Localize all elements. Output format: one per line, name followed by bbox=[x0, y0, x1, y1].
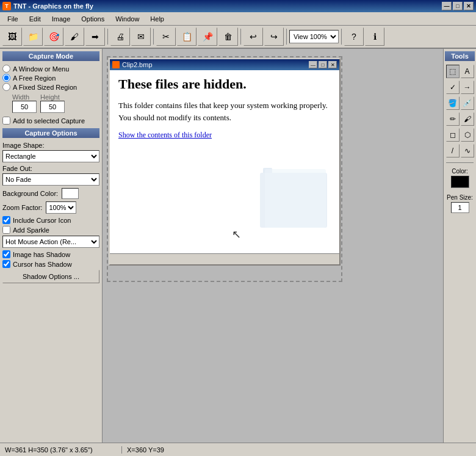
preview-maximize-button[interactable]: □ bbox=[319, 61, 327, 68]
toolbar-info[interactable]: ℹ bbox=[365, 27, 384, 46]
image-shadow-checkbox[interactable] bbox=[2, 250, 10, 258]
radio-window-label: A Window or Menu bbox=[13, 65, 69, 73]
cursor-shadow-checkbox[interactable] bbox=[2, 260, 10, 268]
width-group: Width 50 bbox=[12, 93, 37, 113]
minimize-button[interactable]: — bbox=[442, 2, 452, 10]
include-cursor-label: Include Cursor Icon bbox=[13, 217, 71, 224]
pen-size-label: Pen Size: bbox=[446, 194, 474, 201]
menu-window[interactable]: Window bbox=[110, 14, 144, 24]
tool-curve[interactable]: ∿ bbox=[461, 144, 474, 157]
preview-app-icon bbox=[112, 61, 120, 68]
radio-fixed-input[interactable] bbox=[2, 83, 10, 91]
title-bar-left: T TNT - Graphics on the fly bbox=[2, 2, 93, 10]
tool-eyedrop[interactable]: 💉 bbox=[461, 96, 474, 110]
tool-brush[interactable]: 🖌 bbox=[461, 112, 474, 126]
tool-pencil[interactable]: ✏ bbox=[446, 112, 460, 126]
image-shape-select[interactable]: Rectangle Ellipse Triangle bbox=[2, 150, 99, 162]
tool-arrow-right[interactable]: → bbox=[461, 81, 474, 94]
capture-options-header: Capture Options bbox=[2, 128, 99, 138]
preview-window-controls[interactable]: — □ ✕ bbox=[309, 61, 337, 68]
close-button[interactable]: ✕ bbox=[464, 2, 474, 10]
add-capture-checkbox[interactable] bbox=[2, 117, 10, 125]
toolbar-arrow[interactable]: ➡ bbox=[85, 27, 105, 46]
pen-size-input[interactable] bbox=[451, 202, 469, 213]
radio-window-input[interactable] bbox=[2, 65, 10, 73]
right-panel: Tools ⬚ A ✓ → 🪣 💉 ✏ 🖌 ◻ ⬡ / ∿ Color: bbox=[443, 49, 476, 443]
tool-checkmark[interactable]: ✓ bbox=[446, 81, 460, 94]
capture-mode-group: A Window or Menu A Free Region A Fixed S… bbox=[2, 65, 99, 91]
bg-color-row: Background Color: bbox=[2, 188, 99, 199]
width-label: Width bbox=[12, 93, 37, 101]
pen-size-section: Pen Size: bbox=[445, 193, 475, 214]
toolbar-sep2 bbox=[153, 29, 154, 45]
radio-free-input[interactable] bbox=[2, 74, 10, 82]
include-cursor-checkbox[interactable] bbox=[2, 216, 10, 224]
hot-mouse-select[interactable]: Hot Mouse Action (Re... None bbox=[2, 236, 99, 248]
center-canvas: Clip2.bmp — □ ✕ These files are hidden. … bbox=[103, 49, 443, 443]
toolbar-new[interactable]: 🖼 bbox=[2, 27, 22, 46]
tools-header: Tools bbox=[445, 51, 475, 61]
toolbar-paste[interactable]: 📌 bbox=[198, 27, 217, 46]
menu-edit[interactable]: Edit bbox=[24, 14, 46, 24]
preview-body: This folder contains files that keep you… bbox=[118, 100, 331, 123]
preview-title-left: Clip2.bmp bbox=[112, 61, 153, 68]
height-input[interactable]: 50 bbox=[40, 101, 65, 113]
tool-row-5: ◻ ⬡ bbox=[445, 128, 475, 142]
status-bar: W=361 H=350 (3.76" x 3.65") X=360 Y=39 bbox=[0, 443, 476, 456]
zoom-select[interactable]: 100% 50% 75% 150% 200% bbox=[46, 201, 76, 214]
menu-options[interactable]: Options bbox=[76, 14, 109, 24]
menu-image[interactable]: Image bbox=[47, 14, 76, 24]
preview-link[interactable]: Show the contents of this folder bbox=[118, 131, 212, 139]
toolbar-cut[interactable]: ✂ bbox=[156, 27, 176, 46]
image-shape-label: Image Shape: bbox=[2, 142, 99, 149]
add-sparkle-row: Add Sparkle bbox=[2, 226, 99, 234]
folder-svg bbox=[260, 156, 333, 247]
preview-minimize-button[interactable]: — bbox=[309, 61, 317, 68]
status-dimensions: W=361 H=350 (3.76" x 3.65") bbox=[0, 446, 122, 454]
fade-out-select[interactable]: No Fade Fade In Fade Out bbox=[2, 173, 99, 186]
toolbar-open[interactable]: 📁 bbox=[23, 27, 43, 46]
shadow-options-button[interactable]: Shadow Options ... bbox=[2, 270, 99, 283]
color-section: Color: bbox=[445, 167, 475, 192]
toolbar-sep1 bbox=[107, 29, 108, 45]
toolbar-email[interactable]: ✉ bbox=[131, 27, 151, 46]
preview-status-bar bbox=[110, 253, 339, 264]
app-icon: T bbox=[2, 2, 11, 10]
bg-color-swatch[interactable] bbox=[62, 188, 79, 199]
preview-window: Clip2.bmp — □ ✕ These files are hidden. … bbox=[109, 58, 341, 266]
tool-select[interactable]: ⬚ bbox=[446, 65, 460, 78]
add-capture-row: Add to selected Capture bbox=[2, 117, 99, 125]
image-shadow-label: Image has Shadow bbox=[13, 251, 70, 258]
toolbar-help[interactable]: ? bbox=[344, 27, 364, 46]
radio-fixed-label: A Fixed Sized Region bbox=[13, 84, 77, 91]
toolbar-undo[interactable]: ↩ bbox=[243, 27, 263, 46]
title-bar-controls[interactable]: — □ ✕ bbox=[442, 2, 474, 10]
tool-shape2[interactable]: ⬡ bbox=[461, 128, 474, 142]
window-title: TNT - Graphics on the fly bbox=[13, 2, 93, 10]
toolbar-redo[interactable]: ↪ bbox=[264, 27, 284, 46]
toolbar-paint[interactable]: 🖌 bbox=[65, 27, 84, 46]
tool-line[interactable]: / bbox=[446, 144, 460, 157]
view-zoom-select[interactable]: View 100% View 50% View 200% bbox=[289, 30, 339, 43]
tool-text[interactable]: A bbox=[461, 65, 474, 78]
maximize-button[interactable]: □ bbox=[453, 2, 463, 10]
tool-fill[interactable]: 🪣 bbox=[446, 96, 460, 110]
radio-fixed-row: A Fixed Sized Region bbox=[2, 83, 99, 91]
toolbar-print[interactable]: 🖨 bbox=[110, 27, 130, 46]
image-shape-row: Image Shape: Rectangle Ellipse Triangle bbox=[2, 142, 99, 162]
tool-row-3: 🪣 💉 bbox=[445, 96, 475, 110]
menu-file[interactable]: File bbox=[2, 14, 23, 24]
menu-help[interactable]: Help bbox=[145, 14, 169, 24]
tool-shape1[interactable]: ◻ bbox=[446, 128, 460, 142]
width-input[interactable]: 50 bbox=[12, 101, 37, 113]
radio-free-row: A Free Region bbox=[2, 74, 99, 82]
preview-close-button[interactable]: ✕ bbox=[328, 61, 337, 68]
toolbar-delete[interactable]: 🗑 bbox=[218, 27, 238, 46]
toolbar-copy[interactable]: 📋 bbox=[177, 27, 197, 46]
toolbar-sep4 bbox=[286, 29, 287, 45]
add-sparkle-checkbox[interactable] bbox=[2, 226, 10, 234]
add-capture-label: Add to selected Capture bbox=[13, 117, 85, 125]
toolbar-capture[interactable]: 🎯 bbox=[44, 27, 63, 46]
color-display[interactable] bbox=[451, 176, 469, 188]
zoom-label: Zoom Factor: bbox=[2, 204, 42, 211]
